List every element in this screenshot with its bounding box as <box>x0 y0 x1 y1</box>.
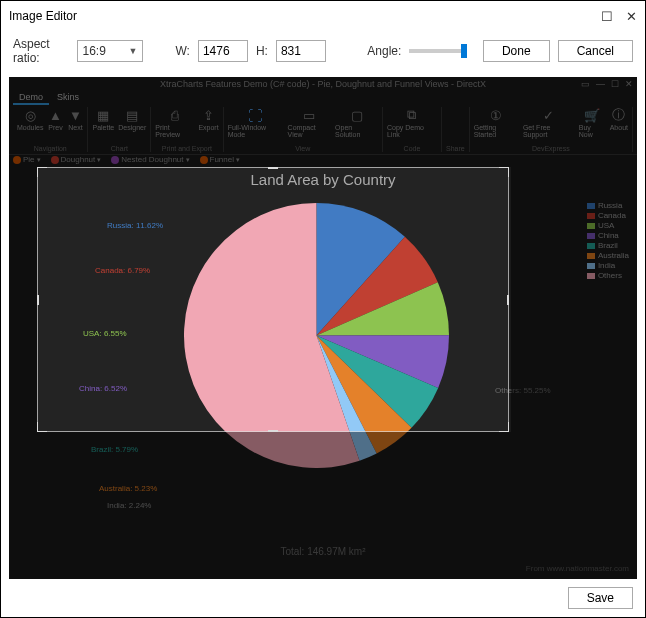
ribbon-buy-now[interactable]: 🛒Buy Now <box>579 107 606 145</box>
ribbon-export[interactable]: ⇪Export <box>198 107 218 145</box>
ribbon-get-free-support[interactable]: ✓Get Free Support <box>523 107 575 145</box>
swatch-icon <box>587 263 595 269</box>
dot-icon <box>13 156 21 164</box>
chart-area: Land Area by Country RussiaCanadaUSAChin… <box>9 171 637 579</box>
ribbon-open-solution[interactable]: ▢Open Solution <box>335 107 378 145</box>
done-button[interactable]: Done <box>483 40 550 62</box>
export-icon: ⇪ <box>201 107 217 123</box>
compact-view-icon: ▭ <box>301 107 317 123</box>
swatch-icon <box>587 233 595 239</box>
subribbon-nested-doughnut[interactable]: Nested Doughnut ▾ <box>111 155 189 164</box>
ribbon: ◎Modules▲Prev▼NextNavigation▦Palette▤Des… <box>9 105 637 155</box>
chevron-down-icon: ▾ <box>97 156 101 164</box>
swatch-icon <box>587 223 595 229</box>
maximize-icon[interactable]: ☐ <box>601 10 613 22</box>
chart-title: Land Area by Country <box>9 171 637 188</box>
ribbon-group-navigation: ◎Modules▲Prev▼NextNavigation <box>13 107 88 152</box>
palette-icon: ▦ <box>95 107 111 123</box>
crop-handle-t[interactable] <box>268 167 278 169</box>
slice-label: Russia: 11.62% <box>107 221 163 230</box>
buy-now-icon: 🛒 <box>584 107 600 123</box>
legend-canada: Canada <box>587 211 629 220</box>
full-window-mode-icon: ⛶ <box>248 107 264 123</box>
slice-label: India: 2.24% <box>107 501 151 510</box>
close-icon[interactable]: ✕ <box>625 10 637 22</box>
about-icon: ⓘ <box>611 107 627 123</box>
total-label: Total: 146.97M km² <box>9 546 637 557</box>
ribbon-next[interactable]: ▼Next <box>67 107 83 145</box>
ribbon-group-devexpress: ①Getting Started✓Get Free Support🛒Buy No… <box>470 107 633 152</box>
slice-label: Brazil: 5.79% <box>91 445 138 454</box>
print-preview-icon: ⎙ <box>167 107 183 123</box>
app-maximize-icon: ☐ <box>611 79 619 89</box>
slice-label: China: 6.52% <box>79 384 127 393</box>
ribbon-designer[interactable]: ▤Designer <box>118 107 146 145</box>
titlebar: Image Editor ☐ ✕ <box>1 1 645 31</box>
subribbon-doughnut[interactable]: Doughnut ▾ <box>51 155 102 164</box>
aspect-ratio-select[interactable]: 16:9 ▼ <box>77 40 142 62</box>
angle-slider[interactable] <box>409 49 467 53</box>
ribbon-group-print-and-export: ⎙Print Preview⇪ExportPrint and Export <box>151 107 223 152</box>
image-content: XtraCharts Features Demo (C# code) - Pie… <box>9 77 637 579</box>
swatch-icon <box>587 243 595 249</box>
credit-label: From www.nationmaster.com <box>526 564 629 573</box>
modules-icon: ◎ <box>22 107 38 123</box>
prev-icon: ▲ <box>47 107 63 123</box>
pie-chart <box>184 203 449 468</box>
open-solution-icon: ▢ <box>349 107 365 123</box>
legend-others: Others <box>587 271 629 280</box>
app-tabs: DemoSkins <box>13 91 85 105</box>
legend-australia: Australia <box>587 251 629 260</box>
height-label: H: <box>256 44 268 58</box>
app-minimize-icon: — <box>596 79 605 89</box>
tab-skins[interactable]: Skins <box>51 91 85 105</box>
swatch-icon <box>587 253 595 259</box>
ribbon-full-window-mode[interactable]: ⛶Full-Window Mode <box>228 107 284 145</box>
dot-icon <box>51 156 59 164</box>
ribbon-about[interactable]: ⓘAbout <box>610 107 628 145</box>
dot-icon <box>111 156 119 164</box>
next-icon: ▼ <box>67 107 83 123</box>
width-label: W: <box>175 44 189 58</box>
slider-thumb[interactable] <box>461 44 467 58</box>
legend-usa: USA <box>587 221 629 230</box>
chevron-down-icon: ▾ <box>37 156 41 164</box>
getting-started-icon: ① <box>488 107 504 123</box>
app-close-icon: ✕ <box>625 79 633 89</box>
slice-label: USA: 6.55% <box>83 329 127 338</box>
slice-label: Australia: 5.23% <box>99 484 157 493</box>
image-editor-window: Image Editor ☐ ✕ Aspect ratio: 16:9 ▼ W:… <box>0 0 646 618</box>
footer: Save <box>1 579 645 617</box>
swatch-icon <box>587 203 595 209</box>
ribbon-compact-view[interactable]: ▭Compact View <box>288 107 331 145</box>
swatch-icon <box>587 273 595 279</box>
get-free-support-icon: ✓ <box>541 107 557 123</box>
ribbon-group-share: Share <box>442 107 470 152</box>
ribbon-print-preview[interactable]: ⎙Print Preview <box>155 107 194 145</box>
ribbon-palette[interactable]: ▦Palette <box>92 107 114 145</box>
ribbon-prev[interactable]: ▲Prev <box>47 107 63 145</box>
legend-india: India <box>587 261 629 270</box>
chevron-down-icon: ▼ <box>129 46 138 56</box>
ribbon-copy-demo-link[interactable]: ⧉Copy Demo Link <box>387 107 437 145</box>
width-input[interactable] <box>198 40 248 62</box>
subribbon-pie[interactable]: Pie ▾ <box>13 155 41 164</box>
legend-brazil: Brazil <box>587 241 629 250</box>
legend: RussiaCanadaUSAChinaBrazilAustraliaIndia… <box>587 201 629 281</box>
aspect-label: Aspect ratio: <box>13 37 69 65</box>
copy-demo-link-icon: ⧉ <box>404 107 420 123</box>
subribbon-funnel[interactable]: Funnel ▾ <box>200 155 240 164</box>
swatch-icon <box>587 213 595 219</box>
legend-russia: Russia <box>587 201 629 210</box>
tab-demo[interactable]: Demo <box>13 91 49 105</box>
ribbon-modules[interactable]: ◎Modules <box>17 107 43 145</box>
app-title: XtraCharts Features Demo (C# code) - Pie… <box>9 79 637 89</box>
height-input[interactable] <box>276 40 326 62</box>
ribbon-getting-started[interactable]: ①Getting Started <box>474 107 519 145</box>
save-button[interactable]: Save <box>568 587 633 609</box>
cancel-button[interactable]: Cancel <box>558 40 633 62</box>
angle-label: Angle: <box>367 44 401 58</box>
ribbon-group-view: ⛶Full-Window Mode▭Compact View▢Open Solu… <box>224 107 383 152</box>
chevron-down-icon: ▾ <box>186 156 190 164</box>
app-window-buttons: ▭ — ☐ ✕ <box>581 79 633 89</box>
